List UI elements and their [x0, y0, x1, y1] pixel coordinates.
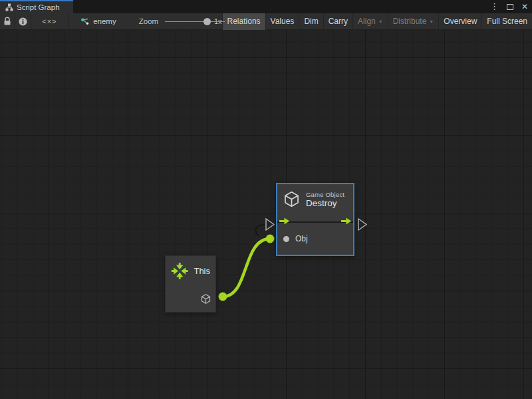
flow-exit-triangle-icon[interactable]	[358, 219, 366, 230]
info-button[interactable]	[15, 13, 30, 30]
align-dropdown[interactable]: Align ▼	[352, 13, 388, 30]
overview-button[interactable]: Overview	[438, 13, 481, 30]
flow-input-port[interactable]	[279, 217, 290, 225]
script-graph-window: Script Graph ⋮ ✕ <×>	[0, 0, 532, 399]
graph-breadcrumb[interactable]: enemy	[68, 13, 116, 30]
values-toggle[interactable]: Values	[265, 13, 299, 30]
graph-hierarchy-icon	[5, 3, 13, 11]
graph-name-label: enemy	[93, 17, 116, 25]
graph-canvas[interactable]: This Game Object Dest	[0, 30, 532, 399]
fullscreen-toggle[interactable]: Full Screen	[481, 13, 532, 30]
tab-bar: Script Graph ⋮ ✕	[0, 0, 532, 13]
connection-wire[interactable]	[223, 239, 270, 297]
lock-icon	[2, 16, 13, 27]
relation-curve	[255, 225, 265, 237]
button-label: Overview	[444, 17, 477, 26]
node-title: This	[194, 266, 210, 276]
cube-output-port[interactable]	[200, 293, 211, 305]
button-label: Distribute	[393, 17, 427, 26]
obj-port-label: Obj	[295, 234, 308, 243]
wire-layer	[0, 30, 532, 399]
cube-icon	[283, 190, 301, 208]
chevron-down-icon: ▼	[429, 19, 434, 24]
obj-input-port[interactable]	[283, 236, 289, 242]
toolbar-button-group: Relations Values Dim Carry Align ▼ Distr…	[222, 13, 532, 30]
connection-start-dot[interactable]	[219, 293, 227, 301]
code-preview-button[interactable]: <×>	[31, 13, 68, 30]
obj-input-row: Obj	[277, 231, 353, 243]
graph-toolbar: <×> enemy Zoom 1x Relations Values	[0, 13, 532, 30]
graph-asset-icon	[80, 17, 90, 26]
button-label: Relations	[227, 17, 261, 26]
flow-output-port[interactable]	[340, 217, 352, 225]
flow-entry-triangle-icon[interactable]	[266, 219, 274, 230]
zoom-slider-handle[interactable]	[203, 18, 211, 25]
window-menu-icon[interactable]: ⋮	[489, 0, 500, 13]
connection-end-dot[interactable]	[266, 235, 275, 243]
tab-label: Script Graph	[17, 3, 60, 11]
button-label: Align	[358, 17, 376, 26]
flow-ports-row	[277, 213, 353, 231]
relations-toggle[interactable]: Relations	[222, 13, 265, 30]
button-label: Carry	[329, 17, 348, 26]
self-converge-icon	[171, 262, 188, 280]
zoom-slider-track[interactable]	[165, 21, 225, 23]
maximize-icon[interactable]	[507, 4, 513, 10]
button-label: Values	[271, 17, 295, 26]
chevron-down-icon: ▼	[378, 19, 383, 24]
distribute-dropdown[interactable]: Distribute ▼	[388, 13, 439, 30]
info-icon	[18, 17, 28, 27]
button-label: Dim	[304, 17, 318, 26]
node-category: Game Object	[306, 191, 344, 198]
close-icon[interactable]: ✕	[520, 0, 529, 13]
tab-script-graph[interactable]: Script Graph	[0, 0, 73, 13]
node-this[interactable]: This	[165, 255, 216, 313]
node-destroy[interactable]: Game Object Destroy Obj	[276, 183, 354, 256]
button-label: Full Screen	[487, 17, 527, 26]
zoom-label: Zoom	[139, 17, 158, 25]
node-title: Destroy	[306, 198, 344, 208]
code-icon: <×>	[42, 17, 57, 25]
zoom-slider[interactable]	[165, 13, 209, 30]
dim-toggle[interactable]: Dim	[299, 13, 323, 30]
carry-toggle[interactable]: Carry	[323, 13, 352, 30]
lock-button[interactable]	[0, 13, 15, 30]
